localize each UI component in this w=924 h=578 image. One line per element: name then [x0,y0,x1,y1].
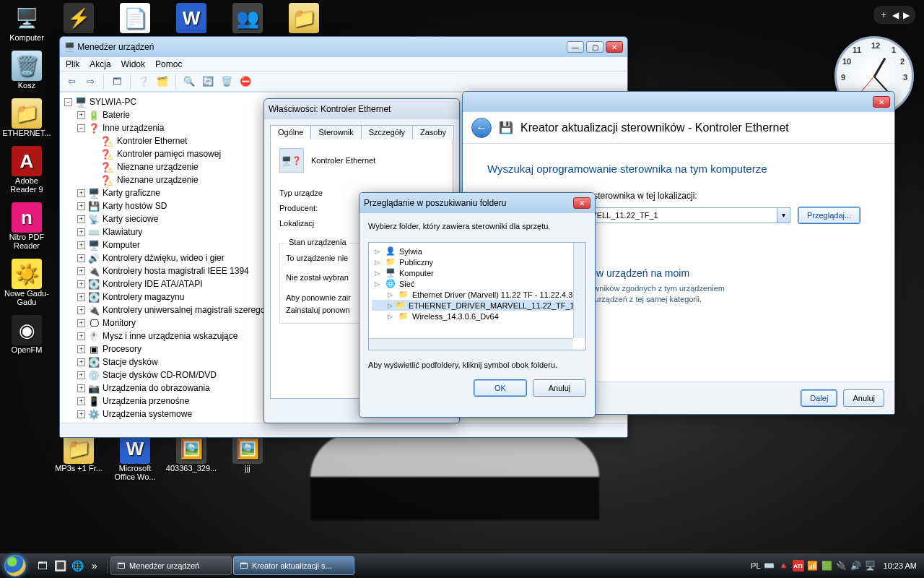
desktop-icon[interactable]: WMicrosoft Office Wo... [111,434,159,481]
expand-toggle[interactable]: + [77,111,85,119]
desktop-icon[interactable]: 📁 [280,3,328,33]
folder-tree-item[interactable]: ▷👤Sylwia [372,246,583,256]
taskbar-button[interactable]: 🗔Kreator aktualizacji s... [233,556,354,575]
language-indicator[interactable]: PL [751,561,760,570]
menu-item[interactable]: Pomoc [155,59,182,69]
cancel-button[interactable]: Anuluj [533,379,586,397]
expand-toggle[interactable]: + [77,267,85,275]
tab[interactable]: Ogólne [270,125,311,139]
close-button[interactable]: ✕ [873,96,890,108]
back-button[interactable]: ← [471,118,492,138]
desktop-icon[interactable]: ◉OpenFM [3,315,51,354]
desktop-icon[interactable]: nNitro PDF Reader [3,202,51,250]
tray-icon[interactable]: 📶 [807,560,819,571]
show-desktop-icon[interactable]: 🗔 [35,558,51,574]
uninstall-icon[interactable]: 🗑️ [219,74,234,89]
tray-icon[interactable]: 🟩 [821,560,833,571]
expand-toggle[interactable]: + [77,228,85,236]
desktop-icon[interactable]: 📄 [111,3,159,33]
start-button[interactable] [0,553,30,578]
quicklaunch-icon[interactable]: 🌐 [69,558,85,574]
desktop-icon[interactable]: ☀️Nowe Gadu-Gadu [3,259,51,306]
nav-fwd-icon[interactable]: ⇨ [83,74,97,89]
desktop-icon[interactable]: 🖼️jjj [224,434,271,481]
expand-toggle[interactable]: + [77,397,85,405]
expand-toggle[interactable]: − [77,124,85,132]
expand-toggle[interactable]: + [77,189,85,197]
disable-icon[interactable]: ⛔ [238,74,253,89]
expand-toggle[interactable]: + [77,280,85,288]
expand-toggle[interactable]: − [64,98,72,106]
folder-tree-item[interactable]: ▷📁Ethernet Driver (Marvell) 11.22 TF - 1… [372,289,583,300]
minimize-button[interactable]: — [567,41,584,53]
expand-toggle[interactable]: + [77,332,85,340]
switch-windows-icon[interactable]: 🔳 [52,558,68,574]
prev-icon[interactable]: ◀ [892,10,899,20]
desktop-icon[interactable]: 📁ETHERNET... [3,98,51,137]
expand-toggle[interactable]: + [77,371,85,379]
expand-toggle[interactable]: + [77,410,85,418]
taskbar-button[interactable]: 🗔Menedżer urządzeń [110,556,232,575]
expand-icon[interactable]: ▷ [375,280,382,288]
expand-toggle[interactable]: + [77,345,85,353]
maximize-button[interactable]: ▢ [586,41,603,53]
next-button[interactable]: Dalej [801,389,837,407]
tab[interactable]: Szczegóły [361,125,413,139]
desktop-icon[interactable]: W [167,3,215,33]
expand-toggle[interactable]: + [77,319,85,327]
nav-back-icon[interactable]: ⇦ [64,74,79,89]
expand-toggle[interactable]: + [77,254,85,262]
ok-button[interactable]: OK [474,379,527,397]
expand-toggle[interactable]: + [77,215,85,223]
desktop-icon[interactable]: 📁MP3s +1 Fr... [55,434,103,481]
folder-tree-item[interactable]: ▷🌐Sieć [372,278,583,289]
menu-item[interactable]: Widok [121,59,145,69]
close-button[interactable]: ✕ [573,197,590,209]
expand-icon[interactable]: ▷ [388,302,393,309]
expand-toggle[interactable]: + [77,202,85,210]
properties-icon[interactable]: 🗂️ [155,74,170,89]
desktop-icon[interactable]: 🖼️403363_329... [167,434,215,481]
quicklaunch-more-icon[interactable]: » [87,558,103,574]
folder-tree-item[interactable]: ▷📁ETHERNET_DRIVER_MARVELL_11.22_TF_11.. [372,300,583,311]
clock-text[interactable]: 10:23 AM [884,561,917,570]
menu-item[interactable]: Akcja [90,59,110,69]
desktop-icon[interactable]: 🗑️Kosz [3,51,51,90]
expand-toggle[interactable]: + [77,306,85,314]
expand-toggle[interactable]: + [77,384,85,392]
expand-toggle[interactable]: + [77,241,85,249]
expand-icon[interactable]: ▷ [388,313,395,320]
help-icon[interactable]: ❔ [136,74,151,89]
desktop-icon[interactable]: ⚡ [55,3,103,33]
expand-toggle[interactable]: + [77,358,85,366]
menu-item[interactable]: Plik [66,59,79,69]
view-icon[interactable]: 🗔 [110,74,124,89]
next-icon[interactable]: ▶ [903,10,910,20]
folder-tree-item[interactable]: ▷📁Publiczny [372,256,583,267]
close-button[interactable]: ✕ [606,41,623,53]
tray-icon[interactable]: 🔌 [836,560,847,571]
expand-icon[interactable]: ▷ [375,259,382,266]
expand-icon[interactable]: ▷ [375,269,382,277]
cancel-button[interactable]: Anuluj [843,389,884,407]
browse-button[interactable]: Przeglądaj... [798,207,860,224]
dropdown-icon[interactable]: ▾ [777,207,790,223]
tray-ati-icon[interactable]: ATI [793,560,804,571]
volume-gadget[interactable]: ＋◀▶ [873,6,915,24]
tray-icon[interactable]: ⌨️ [764,560,775,571]
desktop-icon[interactable]: 👥 [224,3,271,33]
expand-toggle[interactable]: + [77,293,85,301]
vertical-scrollbar[interactable] [573,243,585,338]
folder-tree-item[interactable]: ▷🖥️Komputer [372,267,583,278]
horizontal-scrollbar[interactable] [369,338,573,350]
desktop-icon[interactable]: 🖥️Komputer [3,3,51,42]
tray-icon[interactable]: 🔺 [778,560,790,571]
scan-icon[interactable]: 🔍 [182,74,196,89]
expand-icon[interactable]: ▷ [375,248,382,255]
tray-volume-icon[interactable]: 🔊 [850,560,862,571]
update-icon[interactable]: 🔄 [201,74,215,89]
tab[interactable]: Sterownik [310,125,361,139]
expand-icon[interactable]: ▷ [388,291,395,298]
folder-tree-item[interactable]: ▷📁Wireless_14.3.0.6_Dv64 [372,311,583,322]
tab[interactable]: Zasoby [412,125,454,139]
